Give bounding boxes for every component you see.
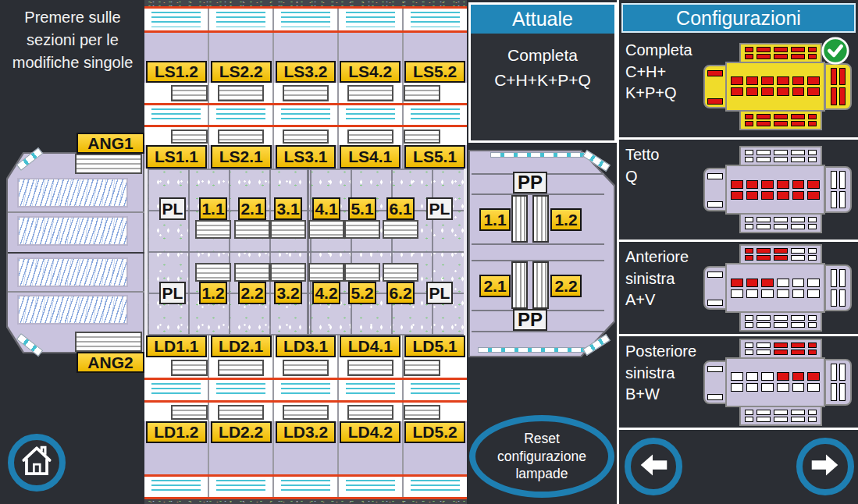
section-label-LD5.1[interactable]: LD5.1 (404, 335, 465, 357)
section-label-1.1[interactable]: 1.1 (199, 197, 227, 220)
section-label-LS3.1[interactable]: LS3.1 (276, 145, 336, 169)
icon-front-section (703, 360, 728, 404)
section-label-LD3.2[interactable]: LD3.2 (276, 421, 336, 443)
section-label-LS1.2[interactable]: LS1.2 (146, 61, 207, 83)
config-item-tetto-q[interactable]: Tetto Q (619, 140, 858, 242)
icon-wing-col (791, 315, 805, 328)
vent-lines-decoration (281, 108, 330, 122)
icon-lamp-segment (792, 76, 805, 85)
lamp-fixture (218, 130, 263, 144)
glass-row (144, 6, 467, 33)
home-button[interactable] (8, 434, 66, 492)
icon-lamp-segment (761, 180, 774, 189)
section-label-ang1[interactable]: ANG1 (77, 133, 144, 154)
icon-lamp-segment (761, 87, 774, 96)
next-page-button[interactable] (796, 438, 854, 495)
icon-rear-lamp (831, 383, 837, 401)
section-label-3.2[interactable]: 3.2 (274, 282, 302, 304)
section-label-LS3.2[interactable]: LS3.2 (276, 61, 336, 83)
reset-lamp-config-button[interactable]: Reset configurazione lampade (469, 415, 614, 498)
icon-front-section (703, 266, 728, 310)
section-label-LD5.2[interactable]: LD5.2 (404, 421, 465, 443)
section-label-LS2.2[interactable]: LS2.2 (211, 61, 272, 83)
section-label-LS1.1[interactable]: LS1.1 (146, 145, 207, 169)
section-label-pp-2.1[interactable]: 2.1 (479, 275, 511, 297)
section-label-pp-bottom[interactable]: PP (513, 309, 547, 331)
section-label-LS5.2[interactable]: LS5.2 (404, 61, 465, 83)
section-label-2.1[interactable]: 2.1 (238, 197, 266, 220)
icon-wing-section (739, 406, 822, 426)
config-item-posteriore-sinistra-b-w[interactable]: Posteriore sinistra B+W (619, 336, 858, 430)
lamp-fixture (283, 405, 328, 420)
lamp-fixture (383, 220, 418, 239)
floor-area: PL1.12.13.14.15.16.1PLPL1.22.23.24.25.26… (144, 169, 467, 335)
section-label-LS5.1[interactable]: LS5.1 (404, 145, 465, 169)
front-window (17, 216, 128, 246)
vent-lines-decoration (411, 480, 460, 494)
section-label-4.1[interactable]: 4.1 (312, 197, 340, 220)
section-label-LS4.1[interactable]: LS4.1 (340, 145, 401, 169)
icon-rear-lamp (839, 87, 846, 105)
section-label-pp-top[interactable]: PP (513, 172, 547, 193)
section-label-PL[interactable]: PL (426, 282, 453, 304)
section-label-5.2[interactable]: 5.2 (348, 282, 376, 304)
icon-wing-col (774, 315, 788, 328)
section-label-LD2.1[interactable]: LD2.1 (211, 335, 272, 357)
arrow-right-icon (807, 447, 843, 486)
section-label-6.1[interactable]: 6.1 (386, 197, 415, 220)
icon-wing-col (774, 150, 788, 162)
section-label-pp-1.2[interactable]: 1.2 (550, 208, 582, 231)
prev-page-button[interactable] (625, 438, 682, 495)
section-label-LS4.2[interactable]: LS4.2 (340, 61, 401, 83)
section-label-LS2.1[interactable]: LS2.1 (211, 145, 272, 169)
section-label-LD2.2[interactable]: LD2.2 (211, 421, 272, 443)
section-label-PL[interactable]: PL (159, 197, 186, 220)
fixture-band (144, 127, 467, 145)
icon-wing-col (774, 248, 788, 261)
icon-lamp-segment (791, 224, 805, 229)
section-label-6.2[interactable]: 6.2 (386, 282, 415, 304)
icon-roof-section (725, 165, 825, 215)
glass-panel (339, 105, 404, 125)
section-label-LD1.1[interactable]: LD1.1 (146, 335, 207, 357)
glass-panel (339, 9, 404, 30)
icon-lamp-segment (745, 47, 753, 52)
section-label-2.2[interactable]: 2.2 (238, 282, 266, 304)
icon-lamp-segment (791, 322, 805, 328)
icon-lamp-segment (808, 343, 817, 348)
config-item-completa-c-h-k-p-q[interactable]: Completa C+H+ K+P+Q (619, 35, 858, 140)
vent-lines-decoration (411, 108, 460, 122)
icon-lamp-segment (746, 383, 759, 392)
fixture-band (144, 357, 467, 378)
section-label-pp-1.1[interactable]: 1.1 (479, 208, 511, 231)
current-config-value: Completa C+H+K+P+Q (471, 34, 614, 92)
icon-lamp-segment (777, 279, 789, 287)
section-label-LD3.1[interactable]: LD3.1 (276, 335, 336, 357)
section-label-PL[interactable]: PL (159, 282, 186, 304)
glass-row (144, 474, 467, 499)
vent-lines-decoration (281, 480, 330, 494)
section-label-3.1[interactable]: 3.1 (274, 197, 302, 220)
section-label-LD4.1[interactable]: LD4.1 (340, 335, 401, 357)
lamp-fixture (347, 360, 393, 376)
icon-lamp-segment (791, 157, 805, 162)
icon-lamp-segment (757, 248, 771, 254)
section-label-ang2[interactable]: ANG2 (77, 352, 144, 373)
icon-wing-col (745, 114, 753, 126)
config-item-anteriore-sinistra-a-v[interactable]: Anteriore sinistra A+V (619, 242, 858, 336)
section-label-4.2[interactable]: 4.2 (312, 282, 340, 304)
icon-wing-col (757, 315, 771, 328)
section-label-PL[interactable]: PL (426, 197, 453, 220)
icon-lamp-segment (774, 417, 788, 422)
section-label-1.2[interactable]: 1.2 (199, 282, 227, 304)
icon-wing-col (791, 150, 805, 162)
fixture-cell (144, 127, 209, 145)
icon-wing-col (745, 410, 753, 422)
section-label-5.1[interactable]: 5.1 (348, 197, 376, 220)
section-label-pp-2.2[interactable]: 2.2 (550, 275, 582, 297)
icon-lamp-segment (757, 224, 771, 229)
section-label-LD1.2[interactable]: LD1.2 (146, 421, 207, 443)
vent-lines-decoration (151, 383, 201, 397)
section-label-LD4.2[interactable]: LD4.2 (340, 421, 401, 443)
icon-rear-section (824, 359, 852, 406)
